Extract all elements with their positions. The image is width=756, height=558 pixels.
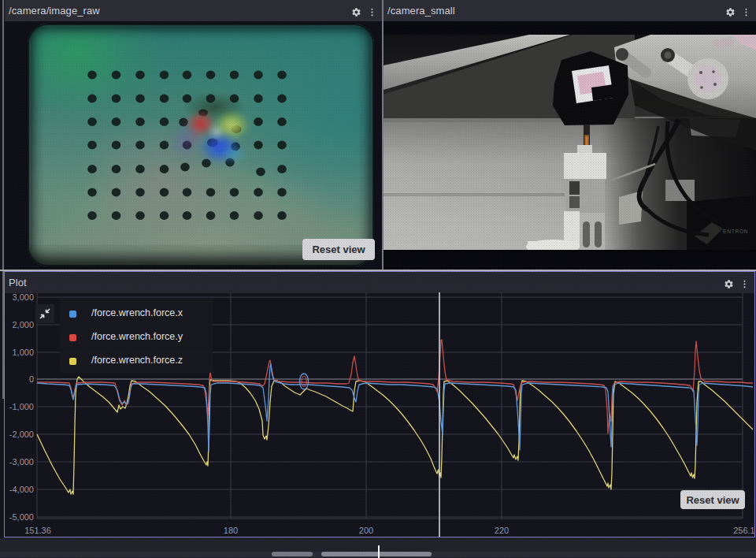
- svg-text:2,000: 2,000: [12, 320, 34, 329]
- svg-text:ENTRON: ENTRON: [723, 229, 748, 234]
- svg-text:180: 180: [224, 526, 238, 535]
- svg-text:1,000: 1,000: [12, 348, 34, 357]
- svg-text:-5,000: -5,000: [9, 512, 34, 522]
- svg-text:-1,000: -1,000: [9, 402, 34, 411]
- svg-text:3,000: 3,000: [12, 292, 34, 302]
- svg-text:200: 200: [359, 526, 373, 535]
- svg-text:256.14: 256.14: [733, 526, 754, 535]
- svg-text:-4,000: -4,000: [9, 485, 34, 494]
- svg-text:-3,000: -3,000: [9, 457, 34, 467]
- svg-text:220: 220: [495, 526, 509, 535]
- svg-text:0: 0: [29, 374, 34, 384]
- svg-text:151.36: 151.36: [24, 526, 51, 535]
- svg-text:-2,000: -2,000: [9, 430, 34, 439]
